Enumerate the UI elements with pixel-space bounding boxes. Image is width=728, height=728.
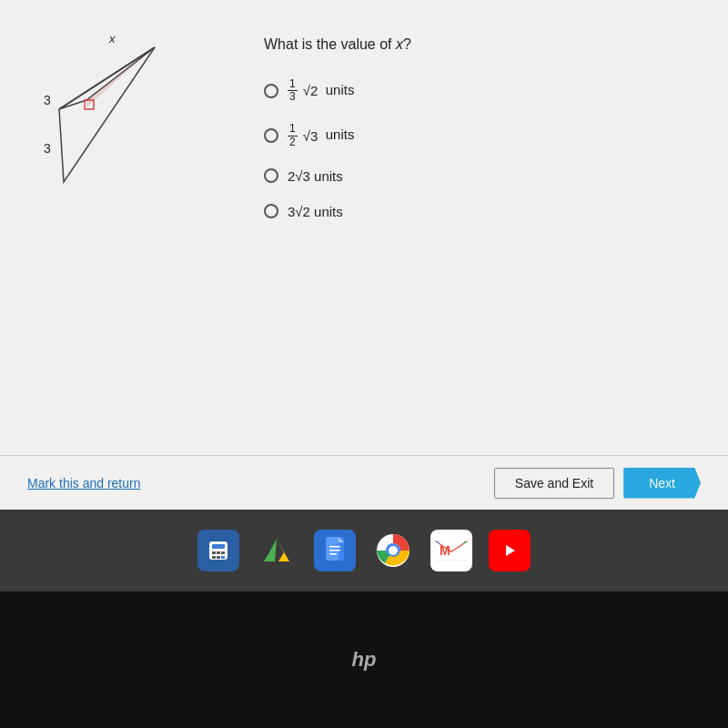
next-button[interactable]: Next: [623, 468, 701, 499]
mark-return-link[interactable]: Mark this and return: [27, 476, 141, 490]
svg-rect-17: [329, 553, 337, 555]
option-row-1[interactable]: 13 √2 units: [264, 78, 692, 103]
svg-rect-1: [212, 544, 225, 549]
svg-marker-9: [264, 539, 277, 561]
option-row-3[interactable]: 2√3 units: [264, 168, 692, 184]
svg-rect-3: [217, 551, 220, 554]
option-label-2: 12 √3 units: [288, 123, 354, 147]
buttons-group: Save and Exit Next: [494, 468, 701, 499]
option-row-4[interactable]: 3√2 units: [264, 204, 692, 219]
svg-text:M: M: [440, 543, 450, 558]
drive-icon[interactable]: [256, 530, 298, 571]
radio-3[interactable]: [264, 168, 278, 183]
youtube-icon[interactable]: [489, 530, 531, 571]
footer-bar: Mark this and return Save and Exit Next: [0, 455, 728, 510]
option-label-1: 13 √2 units: [288, 78, 354, 103]
svg-point-20: [389, 546, 398, 555]
question-section: What is the value of x? 13 √2 units 12 √…: [237, 27, 692, 419]
inner-triangle: [59, 47, 155, 109]
docs-icon[interactable]: [314, 530, 356, 571]
svg-rect-6: [217, 556, 220, 559]
diagram-section: x 3 3: [36, 27, 237, 419]
content-area: x 3 3 What is the value of x?: [0, 0, 728, 446]
triangle-svg: [36, 27, 200, 209]
bottom-strip: hp: [0, 592, 728, 728]
option-label-4: 3√2 units: [288, 204, 343, 219]
svg-rect-7: [221, 556, 225, 559]
radio-2[interactable]: [264, 128, 278, 143]
svg-rect-2: [212, 551, 216, 554]
svg-rect-16: [329, 550, 340, 551]
radio-1[interactable]: [264, 84, 278, 98]
svg-rect-15: [329, 546, 340, 548]
label-3-bottom: 3: [44, 141, 51, 156]
quiz-area: x 3 3 What is the value of x?: [0, 0, 728, 510]
svg-rect-4: [221, 551, 225, 554]
chrome-icon[interactable]: [372, 530, 414, 571]
svg-rect-13: [326, 537, 339, 561]
option-label-3: 2√3 units: [288, 168, 343, 184]
main-triangle: [59, 47, 155, 182]
taskbar: M: [0, 510, 728, 592]
svg-rect-5: [212, 556, 216, 559]
radio-4[interactable]: [264, 204, 278, 218]
svg-marker-10: [277, 539, 289, 561]
hp-logo: hp: [352, 648, 377, 672]
calculator-icon[interactable]: [197, 530, 239, 571]
gmail-icon[interactable]: M: [430, 530, 472, 571]
question-title: What is the value of x?: [264, 36, 692, 53]
save-exit-button[interactable]: Save and Exit: [494, 468, 614, 499]
label-3-left: 3: [44, 93, 51, 107]
option-row-2[interactable]: 12 √3 units: [264, 123, 692, 147]
